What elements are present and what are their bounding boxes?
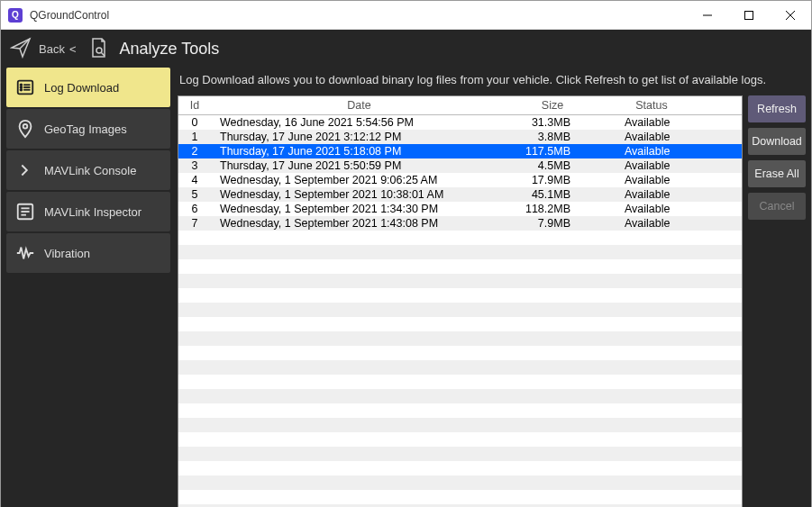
table-area: Id Date Size Status 0Wednesday, 16 June …	[178, 95, 806, 507]
table-row-empty	[178, 447, 742, 461]
table-row[interactable]: 1Thursday, 17 June 2021 3:12:12 PM3.8MBA…	[178, 130, 742, 144]
table-row[interactable]: 2Thursday, 17 June 2021 5:18:08 PM117.5M…	[178, 144, 742, 158]
sidebar-item-geotag-images[interactable]: GeoTag Images	[6, 109, 170, 149]
table-row-empty	[178, 317, 742, 331]
sidebar-item-log-download[interactable]: Log Download	[6, 68, 170, 107]
app-icon: Q	[8, 8, 23, 23]
sidebar-item-mavlink-inspector[interactable]: MAVLink Inspector	[6, 192, 170, 231]
cell-id: 5	[178, 187, 211, 202]
th-id[interactable]: Id	[178, 96, 211, 115]
th-spacer	[706, 96, 742, 115]
cell-size: 4.5MB	[507, 158, 598, 173]
cell-size: 117.5MB	[507, 144, 598, 158]
analyze-tool-icon	[84, 37, 109, 61]
cell-status: Available	[598, 216, 706, 231]
console-icon	[15, 160, 35, 180]
table-row[interactable]: 6Wednesday, 1 September 2021 1:34:30 PM1…	[178, 202, 742, 216]
svg-point-8	[21, 84, 23, 86]
app-title: QGroundControl	[30, 9, 687, 22]
table-row-empty	[178, 288, 742, 303]
table-row[interactable]: 5Wednesday, 1 September 2021 10:38:01 AM…	[178, 187, 742, 202]
svg-point-5	[96, 48, 102, 53]
cell-date: Thursday, 17 June 2021 3:12:12 PM	[211, 130, 507, 144]
content: Log DownloadGeoTag ImagesMAVLink Console…	[1, 68, 811, 507]
main-panel: Log Download allows you to download bina…	[170, 68, 806, 507]
cell-status: Available	[598, 115, 706, 131]
cell-id: 7	[178, 216, 211, 231]
app-window: Q QGroundControl Back <	[0, 0, 812, 507]
sidebar-item-label: MAVLink Inspector	[44, 205, 141, 219]
paper-plane-icon[interactable]	[10, 37, 32, 61]
table-row-empty	[178, 245, 742, 259]
cell-id: 1	[178, 130, 211, 144]
svg-rect-1	[745, 11, 753, 19]
description: Log Download allows you to download bina…	[178, 68, 806, 95]
chevron-left-icon: <	[69, 42, 77, 56]
cell-date: Thursday, 17 June 2021 5:50:59 PM	[211, 158, 507, 173]
log-table-wrap[interactable]: Id Date Size Status 0Wednesday, 16 June …	[178, 95, 743, 507]
sidebar: Log DownloadGeoTag ImagesMAVLink Console…	[6, 68, 170, 507]
table-row-empty	[178, 461, 742, 475]
table-row-empty	[178, 274, 742, 288]
page-title: Analyze Tools	[120, 40, 220, 59]
table-row[interactable]: 7Wednesday, 1 September 2021 1:43:08 PM7…	[178, 216, 742, 231]
window-controls	[687, 1, 811, 30]
cell-date: Thursday, 17 June 2021 5:18:08 PM	[211, 144, 507, 158]
cell-status: Available	[598, 202, 706, 216]
table-row-empty	[178, 346, 742, 360]
cell-date: Wednesday, 1 September 2021 1:34:30 PM	[211, 202, 507, 216]
erase-all-button[interactable]: Erase All	[748, 160, 806, 187]
topbar: Back < Analyze Tools	[1, 30, 811, 68]
sidebar-item-mavlink-console[interactable]: MAVLink Console	[6, 150, 170, 190]
cell-date: Wednesday, 1 September 2021 9:06:25 AM	[211, 173, 507, 187]
inspector-icon	[15, 202, 35, 222]
cell-date: Wednesday, 16 June 2021 5:54:56 PM	[211, 115, 507, 131]
app-body: Back < Analyze Tools Log DownloadGeoTag …	[1, 30, 811, 507]
sidebar-item-label: MAVLink Console	[44, 164, 136, 177]
cell-size: 7.9MB	[507, 216, 598, 231]
table-row-empty	[178, 418, 742, 432]
svg-point-12	[21, 89, 23, 91]
table-row-empty	[178, 231, 742, 245]
table-row-empty	[178, 490, 742, 504]
cell-size: 31.3MB	[507, 115, 598, 131]
table-row[interactable]: 4Wednesday, 1 September 2021 9:06:25 AM1…	[178, 173, 742, 187]
sidebar-item-vibration[interactable]: Vibration	[6, 233, 170, 273]
cell-status: Available	[598, 158, 706, 173]
back-label: Back	[39, 42, 65, 56]
wave-icon	[15, 243, 35, 263]
cell-date: Wednesday, 1 September 2021 1:43:08 PM	[211, 216, 507, 231]
cell-id: 6	[178, 202, 211, 216]
table-row[interactable]: 3Thursday, 17 June 2021 5:50:59 PM4.5MBA…	[178, 158, 742, 173]
table-row-empty	[178, 403, 742, 418]
maximize-button[interactable]	[728, 1, 770, 30]
sidebar-item-label: GeoTag Images	[44, 122, 127, 136]
refresh-button[interactable]: Refresh	[748, 95, 806, 122]
cancel-button: Cancel	[748, 193, 806, 220]
titlebar: Q QGroundControl	[1, 1, 811, 30]
close-button[interactable]	[770, 1, 811, 30]
cell-id: 2	[178, 144, 211, 158]
table-row-empty	[178, 389, 742, 403]
cell-size: 3.8MB	[507, 130, 598, 144]
back-button[interactable]: Back <	[39, 42, 77, 56]
cell-id: 0	[178, 115, 211, 131]
svg-point-14	[23, 124, 28, 129]
cell-status: Available	[598, 187, 706, 202]
table-row-empty	[178, 360, 742, 375]
cell-date: Wednesday, 1 September 2021 10:38:01 AM	[211, 187, 507, 202]
cell-id: 3	[178, 158, 211, 173]
table-row-empty	[178, 432, 742, 447]
table-row[interactable]: 0Wednesday, 16 June 2021 5:54:56 PM31.3M…	[178, 115, 742, 131]
th-size[interactable]: Size	[507, 96, 598, 115]
cell-status: Available	[598, 173, 706, 187]
action-buttons: Refresh Download Erase All Cancel	[748, 95, 806, 507]
th-date[interactable]: Date	[211, 96, 507, 115]
cell-id: 4	[178, 173, 211, 187]
th-status[interactable]: Status	[598, 96, 706, 115]
download-button[interactable]: Download	[748, 128, 806, 155]
log-table: Id Date Size Status 0Wednesday, 16 June …	[178, 96, 742, 507]
cell-size: 17.9MB	[507, 173, 598, 187]
minimize-button[interactable]	[687, 1, 728, 30]
cell-status: Available	[598, 144, 706, 158]
